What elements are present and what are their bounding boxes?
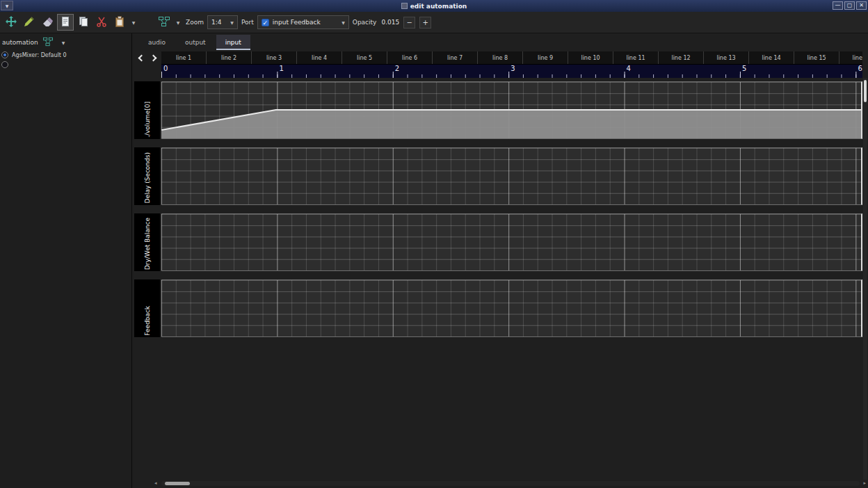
port-checkbox[interactable]: ✓ bbox=[262, 19, 269, 26]
port-combobox[interactable]: ✓ input Feedback ▼ bbox=[257, 15, 349, 29]
machine-graph-icon bbox=[159, 16, 170, 29]
select-tool-button[interactable] bbox=[57, 14, 74, 31]
window-title-wrap: edit automation bbox=[401, 3, 467, 10]
lane-label-2: Dry/Wet Balance bbox=[134, 213, 160, 271]
scrollbar-right-arrow-icon[interactable]: ▸ bbox=[863, 481, 866, 486]
ruler-number-3: 3 bbox=[511, 65, 515, 72]
line-header-cell-1: line 1 bbox=[161, 51, 207, 64]
lane-label-3: Feedback bbox=[134, 279, 160, 337]
lane-grid-1[interactable] bbox=[161, 147, 862, 205]
copy-tool-button[interactable] bbox=[75, 14, 92, 31]
line-header-cell-5: line 5 bbox=[342, 51, 387, 64]
ruler-number-1: 1 bbox=[279, 65, 283, 72]
line-header-cell-15: line 15 bbox=[794, 51, 839, 64]
tab-input[interactable]: input bbox=[216, 35, 250, 50]
automation-lanes: ./volume[0]Delay (Seconds)Dry/Wet Balanc… bbox=[134, 78, 862, 345]
toolbar: ▼ ▼ Zoom 1:4 ▼ Port ✓ input Feedback ▼ O… bbox=[0, 12, 868, 33]
scroll-right-button[interactable] bbox=[147, 51, 161, 65]
machine-radio-1[interactable] bbox=[1, 61, 8, 68]
chevron-down-icon[interactable]: ▼ bbox=[62, 40, 65, 45]
line-header-cell-13: line 13 bbox=[704, 51, 749, 64]
close-button[interactable]: ✕ bbox=[856, 1, 867, 10]
zoom-combobox[interactable]: 1:4 ▼ bbox=[207, 15, 238, 29]
paste-tool-button[interactable] bbox=[111, 14, 128, 31]
lane-grid-0[interactable] bbox=[161, 81, 862, 139]
lane-grid-3[interactable] bbox=[161, 279, 862, 337]
automation-curve[interactable] bbox=[161, 82, 861, 138]
port-value: input Feedback bbox=[273, 19, 321, 26]
machine-label-0: AgsMixer: Default 0 bbox=[12, 52, 67, 58]
tab-bar: audiooutputinput bbox=[139, 35, 250, 50]
ruler-number-0: 0 bbox=[163, 65, 168, 72]
zoom-label: Zoom bbox=[186, 19, 204, 26]
line-header-cell-11: line 11 bbox=[613, 51, 659, 64]
line-header-cell-3: line 3 bbox=[252, 51, 297, 64]
scroll-left-button[interactable] bbox=[134, 51, 147, 65]
machine-row-0: AgsMixer: Default 0 bbox=[0, 50, 131, 60]
ruler-number-2: 2 bbox=[395, 65, 399, 72]
position-tool-button[interactable] bbox=[3, 14, 19, 31]
automation-lane-3: Feedback bbox=[134, 279, 862, 337]
line-header-cell-6: line 6 bbox=[387, 51, 433, 64]
line-header-cell-12: line 12 bbox=[659, 51, 704, 64]
ruler-number-5: 5 bbox=[742, 65, 746, 72]
vertical-scrollbar[interactable] bbox=[863, 78, 867, 480]
maximize-button[interactable]: ▢ bbox=[844, 1, 855, 10]
ruler-major-ticks bbox=[161, 72, 862, 78]
horizontal-scrollbar[interactable]: ◂ ▸ bbox=[161, 481, 860, 486]
scissors-icon bbox=[96, 16, 107, 29]
eraser-icon bbox=[42, 16, 53, 29]
line-header-cell-16: line 16 bbox=[839, 51, 862, 64]
chevron-down-icon: ▼ bbox=[230, 20, 234, 25]
tab-output[interactable]: output bbox=[176, 35, 215, 50]
window-title: edit automation bbox=[410, 3, 467, 10]
tool-menu-button[interactable] bbox=[156, 14, 172, 31]
line-header-cell-10: line 10 bbox=[568, 51, 613, 64]
tool-menu-caret[interactable]: ▼ bbox=[174, 20, 182, 25]
lane-label-text-0: ./volume[0] bbox=[144, 101, 151, 138]
paste-menu-caret[interactable]: ▼ bbox=[129, 20, 138, 25]
lane-label-1: Delay (Seconds) bbox=[134, 147, 160, 205]
opacity-value[interactable]: 0.015 bbox=[381, 19, 399, 26]
line-header-cell-7: line 7 bbox=[433, 51, 478, 64]
vertical-scrollbar-thumb[interactable] bbox=[864, 80, 867, 102]
automation-lane-1: Delay (Seconds) bbox=[134, 147, 862, 205]
app-icon bbox=[401, 3, 408, 9]
automation-sidebar: automation ▼ AgsMixer: Default 0 bbox=[0, 33, 132, 488]
chevron-left-icon bbox=[138, 55, 145, 62]
opacity-decrement-button[interactable]: − bbox=[403, 17, 415, 29]
edit-tool-button[interactable] bbox=[21, 14, 38, 31]
opacity-label: Opacity bbox=[353, 19, 377, 26]
cut-tool-button[interactable] bbox=[93, 14, 110, 31]
sidebar-header-label: automation bbox=[2, 39, 38, 46]
lane-grid-2[interactable] bbox=[161, 213, 862, 271]
tab-audio[interactable]: audio bbox=[139, 35, 175, 50]
port-label: Port bbox=[241, 19, 254, 26]
automation-lane-2: Dry/Wet Balance bbox=[134, 213, 862, 271]
minimize-button[interactable]: — bbox=[833, 1, 843, 10]
copy-icon bbox=[78, 16, 89, 29]
chevron-down-icon: ▼ bbox=[341, 20, 345, 25]
lane-label-0: ./volume[0] bbox=[134, 81, 160, 139]
line-header-cell-2: line 2 bbox=[207, 51, 252, 64]
horizontal-scrollbar-track[interactable] bbox=[161, 481, 860, 486]
ruler-number-6: 6 bbox=[858, 65, 862, 72]
machine-row-1 bbox=[0, 60, 131, 70]
automation-lane-0: ./volume[0] bbox=[134, 81, 862, 139]
line-header-cells: line 1line 2line 3line 4line 5line 6line… bbox=[161, 51, 862, 65]
clipboard-icon bbox=[114, 16, 125, 29]
horizontal-scrollbar-thumb[interactable] bbox=[165, 482, 190, 485]
opacity-increment-button[interactable]: + bbox=[419, 17, 431, 29]
window-menu-button[interactable]: ▼ bbox=[1, 1, 13, 10]
position-cursor-icon bbox=[6, 16, 17, 29]
line-header-cell-9: line 9 bbox=[523, 51, 568, 64]
clear-tool-button[interactable] bbox=[39, 14, 56, 31]
machine-radio-0[interactable] bbox=[1, 51, 8, 58]
scrollbar-left-arrow-icon[interactable]: ◂ bbox=[154, 481, 157, 486]
pencil-icon bbox=[24, 16, 35, 29]
automation-editor: audiooutputinput line 1line 2line 3line … bbox=[132, 33, 868, 488]
lane-label-text-3: Feedback bbox=[144, 306, 151, 336]
line-header-cell-8: line 8 bbox=[478, 51, 523, 64]
machine-list: AgsMixer: Default 0 bbox=[0, 50, 131, 70]
lane-label-text-1: Delay (Seconds) bbox=[144, 152, 151, 204]
